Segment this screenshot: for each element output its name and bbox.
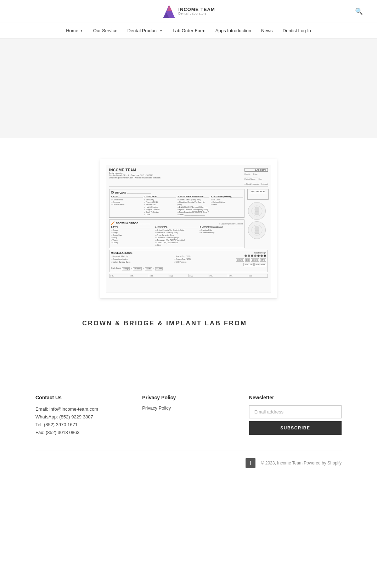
form-date-label: Date: <box>253 173 258 175</box>
shade-design-label: Shade Design <box>254 252 266 254</box>
logo-top-text: INCOME TEAM <box>178 7 215 12</box>
footer: Contact Us Email: info@income-team.com W… <box>0 377 377 479</box>
cb-material-col: 2. MATERIAL □ E-Max Zirconia Vita Suprin… <box>155 226 198 246</box>
nav-dental-product[interactable]: Dental Product ▼ <box>127 28 163 33</box>
svg-rect-8 <box>255 231 259 234</box>
instruction-box: INSTRUCTION <box>247 189 269 200</box>
nav-news[interactable]: News <box>261 28 273 33</box>
form-due-date-field <box>259 180 263 182</box>
nav-apps-intro[interactable]: Apps Introduction <box>215 28 251 33</box>
footer-newsletter-title: Newsletter <box>249 395 342 400</box>
implant-abutment-col: 2. ABUTMENT □ Screw Any □ Titan — (Ti) (… <box>144 195 176 216</box>
shade-circle-4 <box>254 255 257 257</box>
shade-circle-5 <box>257 255 260 257</box>
search-button[interactable]: 🔍 <box>355 7 363 15</box>
shade-4-fig: □ Clinic <box>155 267 163 270</box>
form-document: INCOME TEAM Dental Laboratory Camden Den… <box>106 165 271 292</box>
logo-bottom-text: Dental Laboratory <box>178 12 215 16</box>
footer-contact-section: Contact Us Email: info@income-team.com W… <box>35 395 128 436</box>
search-icon: 🔍 <box>355 8 363 15</box>
form-bottom-table: □ UL □ UL □ UL □ UL □ UL □ UL □ UL □ UL <box>109 274 268 278</box>
shade-1-fig: □ Stage <box>122 267 130 270</box>
svg-point-4 <box>255 207 259 212</box>
shade-3-fig: □ Clinic <box>145 267 152 270</box>
footer-bottom: f © 2023, Income Team Powered by Shopify <box>35 451 342 468</box>
logo-icon <box>162 4 176 18</box>
page-title: CROWN & BRIDGE & IMPLANT LAB FROM <box>82 320 295 327</box>
main-nav: Home ▼ Our Service Dental Product ▼ Lab … <box>0 23 377 39</box>
footer-privacy-title: Privacy Policy <box>142 395 235 400</box>
misc-row-3: □ Implant Surgical Guide □ LED Planning <box>111 261 236 263</box>
form-date-field <box>253 175 258 177</box>
shade-circle-3 <box>251 255 253 257</box>
misc-row-2: □ Crown Lengthening □ Custom Tray (STB) <box>111 258 236 260</box>
nav-our-service[interactable]: Our Service <box>93 28 118 33</box>
footer-contact-title: Contact Us <box>35 395 128 400</box>
misc-clinic-badge: Clinic <box>260 258 266 262</box>
logo-text: INCOME TEAM Dental Laboratory <box>178 7 215 16</box>
implant-section: 🟕 IMPLANT ________________________ 1. TY… <box>109 189 244 218</box>
chevron-down-icon: ▼ <box>80 29 83 33</box>
misc-stump-shade-badge: Stump Shade <box>254 263 266 266</box>
hero-banner <box>0 39 377 138</box>
form-dentist-label: Dentist: <box>244 173 251 175</box>
footer-tel: Tel: (852) 3970 1671 <box>35 421 128 429</box>
shade-circle-2 <box>248 255 250 257</box>
form-dentist-field <box>244 175 251 177</box>
digital-impression-cb: □ Digital Impression Enclosed <box>219 223 243 225</box>
shade-2-fig: □ Guided <box>133 267 141 270</box>
form-due-date-label: Due: <box>259 178 263 180</box>
implant-layering-col: 4. LAYERING (staining) □ Full-Layer □ Cu… <box>211 195 243 216</box>
shade-circle-1 <box>244 255 247 257</box>
form-lab-copy-badge: LAB COPY <box>244 168 268 172</box>
crown-bridge-section: 🪥 CROWN & BRIDGE ___________ □ Digital I… <box>109 219 244 248</box>
misc-tooth-color-badge: Tooth Color <box>243 263 254 266</box>
form-header: INCOME TEAM Dental Laboratory Camden Den… <box>109 168 268 187</box>
shade-circle-6 <box>260 255 263 257</box>
form-patient-field <box>244 180 256 182</box>
footer-privacy-section: Privacy Policy Privacy Policy <box>142 395 235 436</box>
implant-material-col: 3. RESTORATION MATERIAL □ Zirconia Vita … <box>178 195 209 216</box>
header: INCOME TEAM Dental Laboratory 🔍 <box>0 0 377 23</box>
nav-dentist-login[interactable]: Dentist Log In <box>283 28 311 33</box>
crown-bridge-columns: 1. TYPE □ Crown □ Bridge □ Crown Inlay □… <box>111 226 243 246</box>
form-address: Camden Dental · 5/F · HK · Telephone: (8… <box>109 174 161 177</box>
main-content: INCOME TEAM Dental Laboratory Camden Den… <box>0 138 377 348</box>
form-company-name: INCOME TEAM <box>109 168 161 172</box>
form-digital-label: □ Digital Impression Enclosed <box>244 183 268 185</box>
crown-bridge-title: 🪥 CROWN & BRIDGE ___________ <box>111 221 150 225</box>
implant-title: 🟕 IMPLANT ________________________ <box>111 191 243 194</box>
nav-home[interactable]: Home ▼ <box>66 28 83 33</box>
cb-type-col: 1. TYPE □ Crown □ Bridge □ Crown Inlay □… <box>111 226 154 246</box>
misc-row-1: □ Diagnostic Mock Up □ Special Tray (STB… <box>111 255 236 257</box>
footer-newsletter-section: Newsletter SUBSCRIBE <box>249 395 342 436</box>
misc-lab-badge: Lab <box>245 258 250 262</box>
misc-ceramic2-badge: Ceramic <box>251 258 259 262</box>
footer-copyright: © 2023, Income Team Powered by Shopify <box>261 461 342 466</box>
footer-email: Email: info@income-team.com <box>35 405 128 413</box>
footer-privacy-link[interactable]: Privacy Policy <box>142 405 235 411</box>
footer-whatsapp: WhatsApp: (852) 9229 3807 <box>35 413 128 421</box>
nav-lab-order-form[interactable]: Lab Order Form <box>173 28 205 33</box>
newsletter-email-input[interactable] <box>249 405 342 418</box>
facebook-icon[interactable]: f <box>246 458 255 468</box>
implant-columns: 1. TYPE □ Contact Style □ Ceramics □ Cro… <box>111 195 243 216</box>
tooth-diagram-2 <box>248 221 266 239</box>
misc-title: MISCELLANEOUS <box>111 252 236 254</box>
form-patient-label: Patient Name: <box>244 178 256 180</box>
svg-rect-5 <box>255 212 259 215</box>
shade-row: Shade Design □ Stage ✕ □ Guided ✕ □ Clin… <box>111 267 266 270</box>
footer-grid: Contact Us Email: info@income-team.com W… <box>35 395 342 436</box>
form-email: Email: info@income-team.com · Website: w… <box>109 177 161 179</box>
subscribe-button[interactable]: SUBSCRIBE <box>249 421 342 435</box>
cb-layering-col: 3. LAYERING (continued) □ Staining Only … <box>200 226 243 246</box>
svg-point-7 <box>255 226 259 232</box>
footer-fax: Fax: (852) 3018 0863 <box>35 429 128 436</box>
misc-ceramic-badge: Ceramic <box>236 258 244 262</box>
shade-circle-7 <box>264 255 266 257</box>
logo[interactable]: INCOME TEAM Dental Laboratory <box>162 4 215 18</box>
tooth-diagram-1 <box>248 202 266 220</box>
document-container: INCOME TEAM Dental Laboratory Camden Den… <box>100 159 277 298</box>
miscellaneous-section: MISCELLANEOUS □ Diagnostic Mock Up □ Spe… <box>109 250 268 272</box>
implant-type-col: 1. TYPE □ Contact Style □ Ceramics □ Cro… <box>111 195 143 216</box>
